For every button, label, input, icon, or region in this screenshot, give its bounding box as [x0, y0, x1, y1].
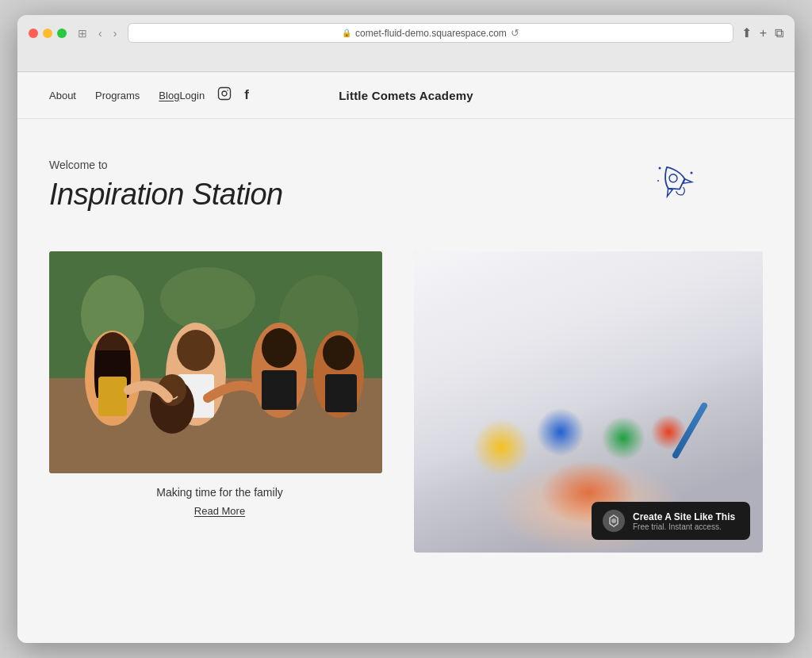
post-caption: Making time for the family: [49, 486, 390, 499]
svg-point-34: [697, 427, 708, 437]
facebook-icon[interactable]: f: [244, 87, 249, 103]
share-icon[interactable]: ⬆: [741, 25, 752, 40]
close-button[interactable]: [29, 29, 38, 38]
sq-subtitle: Free trial. Instant access.: [633, 522, 735, 531]
svg-point-5: [691, 172, 693, 174]
tabs-icon[interactable]: ⧉: [775, 26, 783, 40]
url-text: comet-fluid-demo.squarespace.com: [355, 28, 507, 39]
svg-rect-23: [262, 370, 297, 410]
blog-post-family: Making time for the family Read More: [49, 251, 406, 517]
svg-point-17: [177, 330, 215, 371]
sidebar-toggle-icon[interactable]: ⊞: [75, 25, 90, 41]
squarespace-logo: [603, 510, 625, 532]
svg-rect-0: [219, 88, 231, 100]
nav-about[interactable]: About: [49, 90, 76, 101]
svg-point-2: [228, 90, 229, 91]
svg-point-31: [648, 394, 719, 465]
website-content: About Programs Blog Little Comets Academ…: [17, 72, 795, 643]
forward-button[interactable]: ›: [110, 25, 121, 41]
svg-point-3: [668, 173, 679, 184]
svg-point-32: [699, 404, 763, 464]
nav-blog[interactable]: Blog: [159, 90, 179, 101]
browser-window: ⊞ ‹ › 🔒 comet-fluid-demo.squarespace.com…: [17, 15, 795, 643]
read-more-link[interactable]: Read More: [49, 505, 390, 517]
squarespace-banner[interactable]: Create A Site Like This Free trial. Inst…: [592, 502, 750, 540]
svg-rect-26: [325, 374, 357, 412]
nav-programs[interactable]: Programs: [95, 90, 140, 101]
instagram-icon[interactable]: [217, 86, 232, 104]
svg-rect-28: [414, 251, 763, 410]
address-bar[interactable]: 🔒 comet-fluid-demo.squarespace.com ↺: [128, 23, 733, 43]
lock-icon: 🔒: [342, 29, 351, 37]
svg-point-25: [323, 335, 354, 370]
sq-title: Create A Site Like This: [633, 511, 735, 522]
svg-point-6: [657, 180, 659, 182]
svg-rect-15: [98, 377, 127, 416]
hero-section: Welcome to Inspiration Station: [17, 119, 795, 235]
svg-point-29: [469, 394, 549, 473]
nav-right: Login f: [179, 86, 248, 104]
nav-left: About Programs Blog: [49, 90, 179, 101]
family-image: [49, 251, 382, 473]
svg-rect-33: [676, 436, 714, 486]
browser-chrome: ⊞ ‹ › 🔒 comet-fluid-demo.squarespace.com…: [17, 15, 795, 72]
squarespace-banner-text: Create A Site Like This Free trial. Inst…: [633, 511, 735, 531]
new-tab-icon[interactable]: +: [760, 26, 767, 40]
nav-login[interactable]: Login: [179, 90, 205, 101]
browser-controls: ⊞ ‹ ›: [75, 25, 120, 41]
site-navigation: About Programs Blog Little Comets Academ…: [17, 72, 795, 119]
svg-point-11: [160, 267, 255, 331]
site-title[interactable]: Little Comets Academy: [339, 89, 473, 102]
svg-point-30: [558, 388, 634, 464]
blog-grid: Making time for the family Read More: [17, 235, 795, 568]
svg-point-4: [659, 167, 661, 170]
rocket-icon: [652, 159, 699, 206]
minimize-button[interactable]: [43, 29, 52, 38]
browser-actions: ⬆ + ⧉: [741, 25, 783, 40]
reload-button[interactable]: ↺: [511, 27, 519, 39]
traffic-lights: [29, 29, 67, 38]
tab-bar: [29, 49, 783, 71]
svg-point-1: [222, 91, 227, 96]
back-button[interactable]: ‹: [95, 25, 105, 41]
maximize-button[interactable]: [57, 29, 67, 38]
svg-point-35: [611, 518, 616, 523]
svg-point-22: [262, 328, 297, 368]
blog-post-art: Create A Site Like This Free trial. Inst…: [406, 251, 763, 553]
